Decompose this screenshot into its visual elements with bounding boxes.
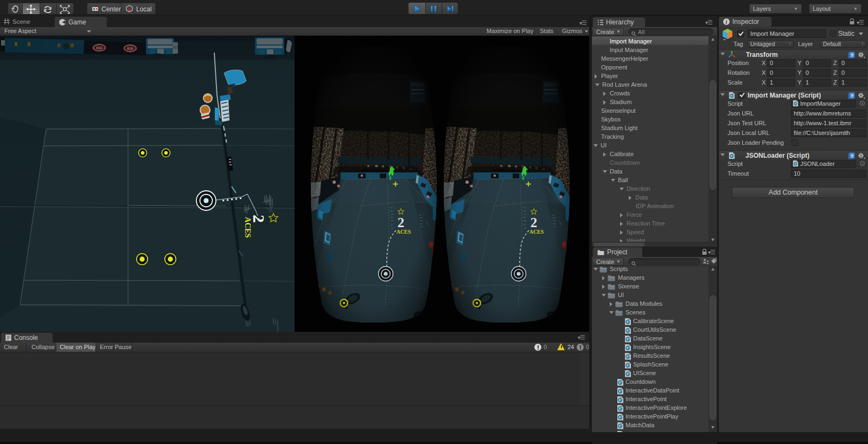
svg-text:?: ? bbox=[851, 53, 854, 58]
svg-text:?: ? bbox=[851, 153, 854, 159]
svg-text:?: ? bbox=[851, 93, 854, 99]
svg-text:ACES: ACES bbox=[244, 217, 252, 238]
